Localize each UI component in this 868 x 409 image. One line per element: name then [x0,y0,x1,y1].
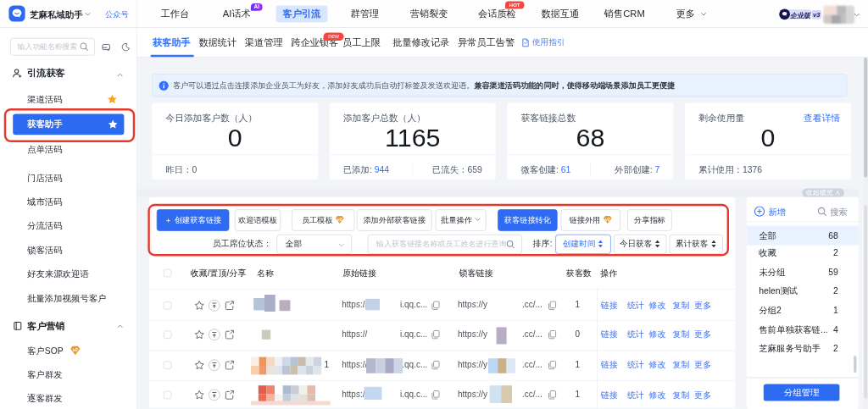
svg-text:v2: v2 [73,347,79,352]
